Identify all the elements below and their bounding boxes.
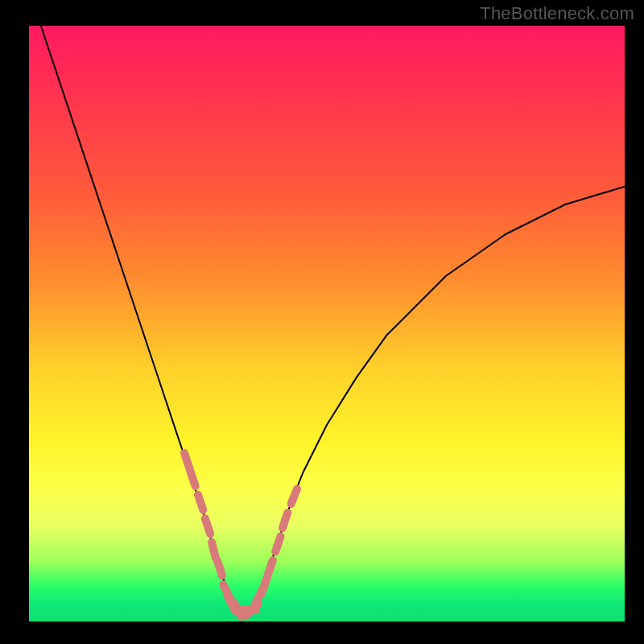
highlight-dash: [212, 543, 216, 558]
watermark-text: TheBottleneck.com: [480, 3, 634, 24]
highlight-dash: [190, 471, 195, 486]
highlight-dash: [205, 518, 210, 534]
highlight-dash: [198, 495, 203, 510]
plot-area: [29, 26, 625, 621]
curve-svg: [29, 26, 625, 621]
highlight-dash: [283, 513, 287, 528]
highlight-markers: [184, 453, 297, 617]
highlight-dash: [217, 560, 222, 576]
highlight-dash: [262, 578, 266, 593]
bottleneck-curve: [41, 26, 625, 609]
chart-frame: TheBottleneck.com: [0, 0, 644, 644]
highlight-dash: [291, 489, 297, 504]
highlight-dash: [268, 560, 273, 576]
highlight-dash: [275, 536, 280, 551]
highlight-dash: [184, 453, 189, 469]
